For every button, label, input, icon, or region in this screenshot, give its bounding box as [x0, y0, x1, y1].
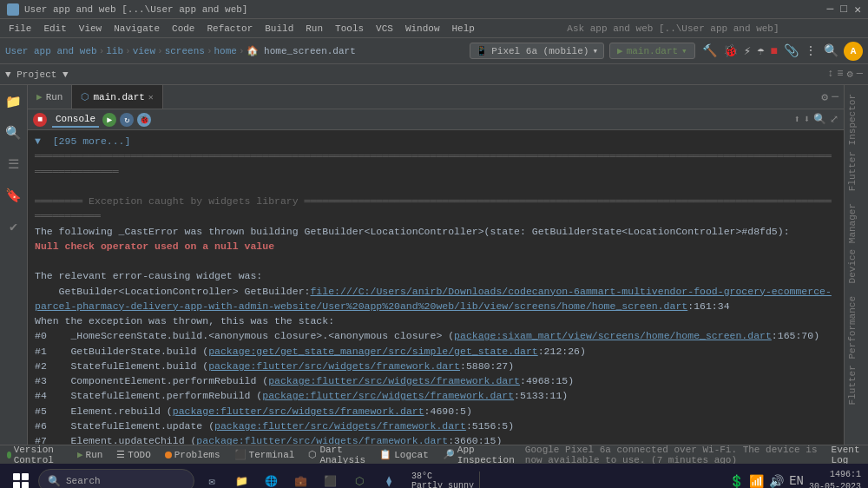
maximize-button[interactable]: □	[840, 3, 847, 16]
project-close-icon[interactable]: ─	[857, 68, 863, 81]
menu-navigate[interactable]: Navigate	[108, 22, 165, 36]
tray-icon-currency[interactable]: 💲	[729, 474, 744, 489]
run-tab-main[interactable]: ⬡ main.dart ✕	[72, 85, 162, 109]
menu-window[interactable]: Window	[400, 22, 445, 36]
stack-6: #6 StatefulElement.update (package:flutt…	[35, 419, 837, 433]
debug-icon[interactable]: 🐞	[721, 42, 740, 60]
taskbar-search[interactable]: 🔍 Search	[38, 469, 194, 488]
breadcrumb-screens[interactable]: screens	[165, 46, 205, 56]
status-message: Google Pixel 6a connected over Wi-Fi. Th…	[525, 445, 821, 465]
window-controls[interactable]: ─ □ ✕	[827, 3, 861, 16]
sidebar-icon-structure[interactable]: ☰	[3, 153, 25, 175]
menu-refactor[interactable]: Refactor	[201, 22, 258, 36]
debug-run-icon[interactable]: 🐞	[137, 113, 151, 127]
minimize-button[interactable]: ─	[827, 3, 834, 16]
weather-widget: 38°C Partly sunny	[406, 472, 480, 488]
taskbar-app-explorer[interactable]: 📁	[227, 467, 255, 488]
stop-icon[interactable]: ■	[769, 43, 779, 60]
filter-icon[interactable]: 🔍	[813, 113, 826, 126]
project-collapse-icon[interactable]: ≡	[837, 68, 843, 81]
menu-help[interactable]: Help	[447, 22, 480, 36]
search-icon[interactable]: 🔍	[824, 43, 838, 58]
device-selector[interactable]: 📱 Pixel 6a (mobile) ▾	[470, 43, 604, 59]
language-indicator[interactable]: EN	[789, 474, 804, 488]
user-avatar[interactable]: A	[844, 42, 863, 61]
hide-icon[interactable]: ─	[832, 90, 838, 103]
coverage-icon[interactable]: ☂	[755, 42, 766, 60]
device-manager-tab[interactable]: Device Manager	[847, 200, 866, 287]
tab-logcat[interactable]: 📋 Logcat	[376, 449, 432, 460]
taskbar-app-edge[interactable]: 🌐	[257, 467, 285, 488]
run-tab-main-label: main.dart	[93, 92, 144, 102]
run-button[interactable]: ▶ main.dart ▾	[609, 43, 695, 59]
version-control-dot	[7, 452, 11, 458]
project-settings-icon[interactable]: ↕	[827, 68, 833, 81]
tab-terminal[interactable]: ⬛ Terminal	[231, 449, 299, 460]
menu-edit[interactable]: Edit	[38, 22, 71, 36]
tab-event-log[interactable]: Event Log	[828, 445, 865, 465]
project-toolbar-icons: ↕ ≡ ⚙ ─	[827, 68, 863, 81]
tab-run[interactable]: ▶ Run	[74, 449, 106, 460]
console-tab-console[interactable]: Console	[52, 112, 99, 128]
title-bar: User app and web [...\User app and web] …	[0, 0, 868, 19]
stop-run-icon[interactable]: ■	[33, 113, 47, 127]
run-play-icon: ▶	[77, 449, 83, 460]
close-tab-icon[interactable]: ✕	[148, 92, 154, 102]
temperature: 38°C	[411, 472, 432, 481]
sidebar-icon-find[interactable]: 🔍	[3, 122, 25, 144]
tray-icon-sound[interactable]: 🔊	[769, 474, 784, 489]
more-icon[interactable]: ⋮	[803, 42, 819, 60]
menu-vcs[interactable]: VCS	[371, 22, 398, 36]
breadcrumb-view[interactable]: view	[133, 46, 155, 56]
tab-problems[interactable]: Problems	[161, 450, 224, 460]
menu-view[interactable]: View	[74, 22, 107, 36]
tab-dart-analysis[interactable]: ⬡ Dart Analysis	[305, 445, 369, 465]
menu-tools[interactable]: Tools	[330, 22, 369, 36]
sidebar-icon-todo[interactable]: ✔	[3, 215, 25, 238]
scroll-down-icon[interactable]: ⬇	[804, 113, 810, 126]
run-tab-run[interactable]: ▶ Run	[28, 85, 72, 109]
tab-todo[interactable]: ☰ TODO	[113, 449, 154, 460]
taskbar-app-intellij[interactable]: ⬛	[316, 467, 344, 488]
content-area: ▶ Run ⬡ main.dart ✕ ⚙ ─ ■ Console ▶ ↻	[28, 85, 844, 445]
flutter-performance-tab[interactable]: Flutter Performance	[847, 293, 866, 408]
menu-build[interactable]: Build	[260, 22, 299, 36]
tab-app-inspection[interactable]: 🔎 App Inspection	[439, 445, 518, 465]
settings-icon[interactable]: ⚙	[821, 90, 828, 104]
sidebar-icon-bookmarks[interactable]: 🔖	[3, 184, 25, 207]
sidebar-icon-project[interactable]: 📁	[3, 90, 25, 113]
bottom-bar: Version Control ▶ Run ☰ TODO Problems ⬛ …	[0, 445, 868, 464]
taskbar-app-mail[interactable]: ✉	[198, 467, 226, 488]
more-above[interactable]: ▼ [295 more...]	[35, 134, 837, 148]
attach-icon[interactable]: 📎	[782, 42, 800, 60]
error-widget-link[interactable]: GetBuilder<LocationController> GetBuilde…	[35, 284, 837, 314]
profile-icon[interactable]: ⚡	[742, 42, 753, 60]
console-output[interactable]: ▼ [295 more...] ════════════════════════…	[28, 130, 844, 445]
breadcrumb-home[interactable]: home	[214, 46, 237, 56]
flutter-inspector-tab[interactable]: Flutter Inspector	[847, 90, 866, 195]
breadcrumb-file[interactable]: 🏠 home_screen.dart	[247, 45, 356, 56]
breadcrumb-lib[interactable]: lib	[106, 46, 123, 56]
scroll-up-icon[interactable]: ⬆	[794, 113, 800, 126]
dart-icon: ⬡	[81, 91, 89, 102]
app-inspection-label: App Inspection	[457, 445, 515, 465]
start-button[interactable]	[7, 467, 35, 488]
menu-file[interactable]: File	[3, 22, 36, 36]
reload-icon[interactable]: ↻	[120, 113, 134, 127]
menu-code[interactable]: Code	[167, 22, 200, 36]
project-menu-icon[interactable]: ⚙	[847, 68, 853, 81]
tray-icon-network[interactable]: 📶	[749, 474, 764, 489]
close-button[interactable]: ✕	[854, 3, 861, 16]
tab-version-control[interactable]: Version Control	[3, 445, 67, 465]
rerun-icon[interactable]: ▶	[102, 113, 116, 127]
blank-1	[35, 179, 837, 194]
menu-run[interactable]: Run	[300, 22, 328, 36]
breadcrumb-project[interactable]: User app and web	[5, 46, 97, 56]
expand-icon[interactable]: ⤢	[830, 113, 838, 126]
taskbar-app-1[interactable]: 💼	[286, 467, 314, 488]
window-title: User app and web [...\User app and web]	[24, 4, 247, 15]
device-name: Pixel 6a (mobile)	[491, 46, 589, 56]
build-icon[interactable]: 🔨	[700, 42, 719, 60]
taskbar-app-vscode[interactable]: ⧫	[375, 467, 403, 488]
taskbar-app-android-studio[interactable]: ⬡	[345, 467, 373, 488]
